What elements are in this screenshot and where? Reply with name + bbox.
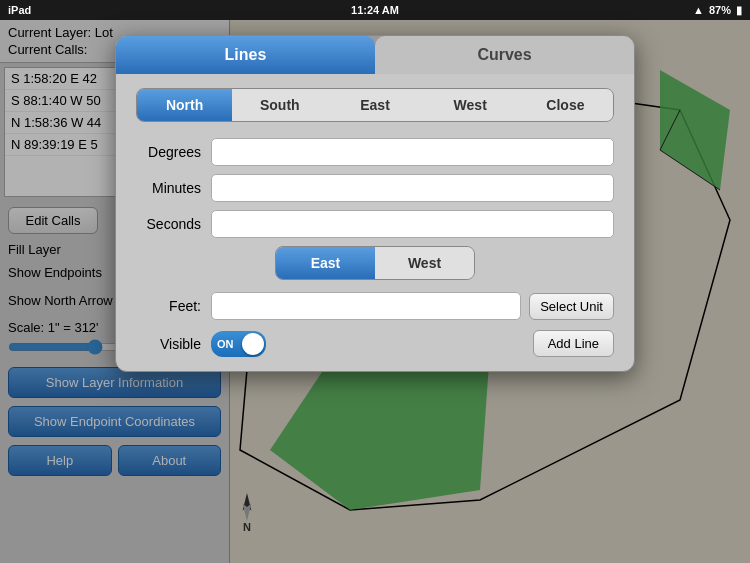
degrees-row: Degrees: [136, 138, 614, 166]
modal-overlay: Lines Curves North South East West Close…: [0, 20, 750, 563]
direction-west-button[interactable]: West: [375, 247, 474, 279]
sub-tab-west[interactable]: West: [423, 89, 518, 121]
modal-body: North South East West Close Degrees Minu…: [116, 74, 634, 371]
seconds-input[interactable]: [211, 210, 614, 238]
tab-lines[interactable]: Lines: [116, 36, 375, 74]
seconds-row: Seconds: [136, 210, 614, 238]
direction-sub-tabs: North South East West Close: [136, 88, 614, 122]
carrier-label: iPad: [8, 4, 31, 16]
minutes-input[interactable]: [211, 174, 614, 202]
wifi-icon: ▲: [693, 4, 704, 16]
visible-toggle-label: ON: [211, 338, 234, 350]
battery-label: 87%: [709, 4, 731, 16]
east-west-toggle: East West: [275, 246, 475, 280]
feet-label: Feet:: [136, 298, 211, 314]
modal-tab-bar: Lines Curves: [116, 36, 634, 74]
direction-east-button[interactable]: East: [276, 247, 375, 279]
sub-tab-north[interactable]: North: [137, 89, 232, 121]
visible-row: Visible ON Add Line: [136, 330, 614, 357]
tab-curves[interactable]: Curves: [375, 36, 634, 74]
sub-tab-east[interactable]: East: [327, 89, 422, 121]
toggle-thumb-small: [242, 333, 264, 355]
sub-tab-close[interactable]: Close: [518, 89, 613, 121]
select-unit-button[interactable]: Select Unit: [529, 293, 614, 320]
status-bar: iPad 11:24 AM ▲ 87% ▮: [0, 0, 750, 20]
sub-tab-south[interactable]: South: [232, 89, 327, 121]
add-line-button[interactable]: Add Line: [533, 330, 614, 357]
degrees-input[interactable]: [211, 138, 614, 166]
feet-input[interactable]: [211, 292, 521, 320]
seconds-label: Seconds: [136, 216, 211, 232]
minutes-row: Minutes: [136, 174, 614, 202]
minutes-label: Minutes: [136, 180, 211, 196]
battery-icon: ▮: [736, 4, 742, 17]
modal-dialog: Lines Curves North South East West Close…: [115, 35, 635, 372]
feet-row: Feet: Select Unit: [136, 292, 614, 320]
degrees-label: Degrees: [136, 144, 211, 160]
visible-label: Visible: [136, 336, 211, 352]
time-label: 11:24 AM: [351, 4, 399, 16]
visible-toggle[interactable]: ON: [211, 331, 266, 357]
